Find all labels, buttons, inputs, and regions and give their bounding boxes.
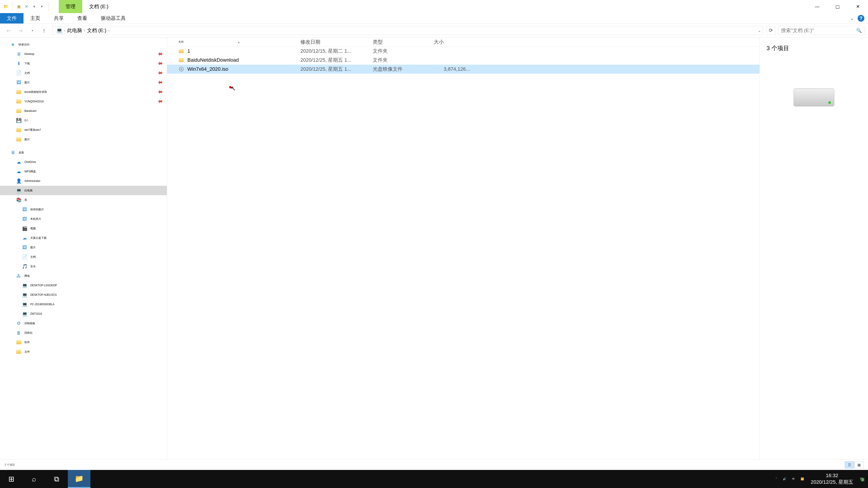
- pictures-icon: 🖼: [22, 206, 28, 213]
- tree-localphotos[interactable]: 🖼本机照片: [0, 214, 167, 224]
- preview-pane: 3 个项目: [760, 37, 868, 459]
- address-dropdown-icon[interactable]: ⌄: [758, 28, 761, 33]
- tree-onedrive[interactable]: ☁OneDrive: [0, 157, 167, 167]
- tree-excel[interactable]: excel表格制作求和📌: [0, 87, 167, 97]
- back-button[interactable]: ←: [4, 25, 14, 36]
- tree-bandicam[interactable]: Bandicam: [0, 106, 167, 116]
- column-name[interactable]: 名称▴: [178, 40, 301, 44]
- tree-files[interactable]: 文件: [0, 347, 167, 357]
- view-details-button[interactable]: ☰: [845, 462, 854, 468]
- file-row[interactable]: BaiduNetdiskDownload2020/12/25, 星期五 1...…: [167, 56, 760, 65]
- tree-thispc[interactable]: 💻此电脑: [0, 186, 167, 195]
- qat-new-folder-icon[interactable]: ✕: [24, 4, 29, 9]
- recycle-icon: 🗑: [16, 330, 22, 336]
- tree-videos[interactable]: 🎬视频: [0, 224, 167, 233]
- file-date: 2020/12/25, 星期五 1...: [301, 57, 373, 64]
- up-button[interactable]: ↑: [39, 25, 49, 36]
- breadcrumb-pc-icon[interactable]: 💻: [55, 28, 64, 33]
- tree-network[interactable]: 🖧网络: [0, 271, 167, 281]
- tree-pictures[interactable]: 🖼图片📌: [0, 78, 167, 87]
- file-list-pane[interactable]: 名称▴ 修改日期 类型 大小 12020/12/15, 星期二 1...文件夹B…: [167, 37, 760, 459]
- tree-desktop[interactable]: 🖥Desktop📌: [0, 49, 167, 59]
- cloud-icon: ☁: [16, 168, 22, 174]
- view-thumbnails-button[interactable]: ▦: [855, 462, 864, 468]
- column-size[interactable]: 大小: [434, 39, 479, 45]
- ime-indicator[interactable]: 中: [792, 477, 795, 481]
- ribbon-tab-share[interactable]: 共享: [47, 13, 70, 24]
- network-icon[interactable]: 📶: [801, 477, 804, 481]
- breadcrumb-drive[interactable]: 文档 (E:): [85, 27, 108, 34]
- forward-button[interactable]: →: [16, 25, 26, 36]
- volume-icon[interactable]: 🔊: [783, 477, 786, 481]
- file-name: BaiduNetdiskDownload: [187, 57, 301, 63]
- pictures-icon: 🖼: [16, 79, 22, 86]
- navigation-pane[interactable]: ★快速访问 🖥Desktop📌 ⬇下载📌 📄文档📌 🖼图片📌 excel表格制作…: [0, 37, 167, 459]
- maximize-button[interactable]: ▢: [827, 0, 848, 13]
- tree-software[interactable]: 软件: [0, 337, 167, 347]
- tree-desktop-root[interactable]: 🖥桌面: [0, 148, 167, 157]
- search-box[interactable]: 🔍: [778, 26, 864, 35]
- tree-downloads[interactable]: ⬇下载📌: [0, 59, 167, 68]
- qat-undo-icon[interactable]: ▾: [31, 4, 37, 9]
- tree-pc3[interactable]: 💻PC-20190530OBLA: [0, 300, 167, 309]
- tree-wps[interactable]: ☁WPS网盘: [0, 167, 167, 176]
- pc-icon: 💻: [22, 301, 28, 307]
- column-date[interactable]: 修改日期: [301, 39, 373, 45]
- tree-gdrive[interactable]: 💾G:\: [0, 116, 167, 125]
- tree-libdocs[interactable]: 📄文档: [0, 252, 167, 262]
- refresh-button[interactable]: ⟳: [766, 26, 775, 35]
- minimize-button[interactable]: —: [807, 0, 827, 13]
- taskbar-explorer[interactable]: 📁: [68, 470, 90, 488]
- tree-quickaccess[interactable]: ★快速访问: [0, 40, 167, 49]
- tray-chevron-icon[interactable]: ˄: [776, 477, 777, 481]
- tree-tianyi[interactable]: ☁天翼云盘下载: [0, 233, 167, 242]
- system-tray[interactable]: ˄ 🔊 中 📶: [776, 477, 804, 481]
- tree-pc1[interactable]: 💻DESKTOP-LSSOEDP: [0, 281, 167, 290]
- column-headers: 名称▴ 修改日期 类型 大小: [167, 37, 760, 46]
- taskbar-clock[interactable]: 16:32 2020/12/25, 星期五: [811, 473, 853, 485]
- tree-pictures2[interactable]: 图片: [0, 135, 167, 144]
- tree-control[interactable]: ⚙控制面板: [0, 319, 167, 328]
- qat-properties-icon[interactable]: ▣: [16, 4, 22, 9]
- titlebar: 📁 ▣ ✕ ▾ ▼ 管理 文档 (E:) — ▢ ✕: [0, 0, 868, 13]
- column-type[interactable]: 类型: [373, 39, 434, 45]
- pin-icon: 📌: [156, 60, 163, 67]
- action-center-button[interactable]: 💬 3: [860, 477, 864, 481]
- file-row[interactable]: 12020/12/15, 星期二 1...文件夹: [167, 46, 760, 56]
- help-icon[interactable]: ?: [858, 15, 864, 22]
- chevron-right-icon[interactable]: ›: [108, 29, 109, 33]
- recent-dropdown-icon[interactable]: ▾: [27, 25, 37, 36]
- tree-win7[interactable]: win7重装win7: [0, 125, 167, 135]
- tree-yunqishi[interactable]: YUNQISHI2019📌: [0, 97, 167, 106]
- ribbon-expand-icon[interactable]: ⌄: [848, 15, 855, 22]
- search-button[interactable]: ⌕: [23, 470, 45, 488]
- tree-savedpics[interactable]: 🖼保存的图片: [0, 205, 167, 214]
- search-icon[interactable]: 🔍: [856, 28, 862, 33]
- tree-music[interactable]: 🎵音乐: [0, 262, 167, 271]
- tree-library[interactable]: 📚库: [0, 195, 167, 205]
- tree-pc4[interactable]: 💻ZMT2019: [0, 309, 167, 319]
- tree-pc2[interactable]: 💻DESKTOP-NJEU3CG: [0, 290, 167, 300]
- ribbon-tab-file[interactable]: 文件: [0, 13, 24, 24]
- pin-icon: 📌: [156, 98, 163, 105]
- search-input[interactable]: [781, 28, 856, 33]
- qat-dropdown-icon[interactable]: ▼: [39, 4, 44, 9]
- tree-recycle[interactable]: 🗑回收站: [0, 328, 167, 337]
- ribbon-tab-drivetools[interactable]: 驱动器工具: [94, 13, 132, 24]
- taskview-button[interactable]: ⧉: [45, 470, 68, 488]
- ribbon-tab-home[interactable]: 主页: [24, 13, 47, 24]
- ribbon-tab-view[interactable]: 查看: [70, 13, 94, 24]
- tree-libpics[interactable]: 🖼图片: [0, 242, 167, 252]
- status-item-count: 3 个项目: [4, 463, 15, 467]
- folder-icon: [16, 349, 22, 355]
- close-button[interactable]: ✕: [848, 0, 868, 13]
- contextual-tab-manage[interactable]: 管理: [59, 0, 82, 13]
- file-row[interactable]: Win7x64_2020.iso2020/12/25, 星期五 1...光盘映像…: [167, 65, 760, 74]
- drive-icon: 💾: [16, 118, 22, 123]
- address-bar[interactable]: 💻 › 此电脑 › 文档 (E:) › ⌄: [53, 26, 763, 35]
- breadcrumb-thispc[interactable]: 此电脑: [65, 27, 84, 34]
- start-button[interactable]: ⊞: [0, 470, 23, 488]
- tree-documents[interactable]: 📄文档📌: [0, 68, 167, 78]
- tree-admin[interactable]: 👤Administrator: [0, 176, 167, 186]
- file-type: 文件夹: [373, 57, 434, 64]
